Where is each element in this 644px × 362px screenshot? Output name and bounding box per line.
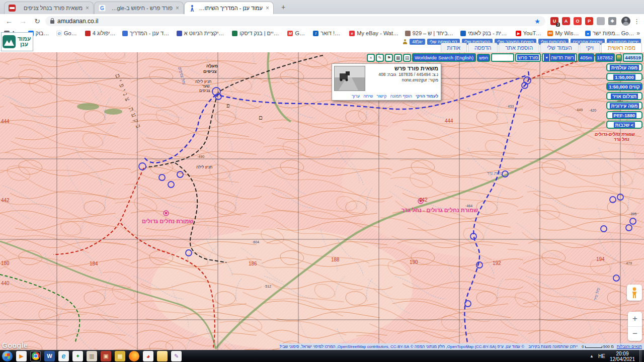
popup-link[interactable]: לעמוד הויקי (416, 94, 438, 99)
layer-button[interactable]: PEF-1880 (606, 111, 642, 119)
elevation-field[interactable]: 405m (578, 53, 594, 62)
query-input[interactable]: פורד פרש (515, 53, 541, 62)
clock[interactable]: 20:09 12/04/2021 (610, 350, 635, 362)
tab-close-icon[interactable]: × (86, 5, 89, 12)
site-tab[interactable]: הדפסה (468, 43, 498, 52)
paint[interactable]: ✎ (171, 351, 182, 361)
layer-button[interactable]: 1:50,000 (606, 73, 642, 81)
close-icon[interactable]: × (367, 54, 375, 62)
bookmark-item[interactable]: דף הבית - בנק לאומי (460, 30, 510, 36)
extension-misc-icon[interactable] (597, 17, 605, 25)
bookmark-item[interactable]: ג'יפולוג 4X4 (85, 30, 116, 36)
extension-abp-icon[interactable]: A (562, 17, 570, 25)
file-manager[interactable] (157, 351, 168, 361)
search-scope-select[interactable]: Worldwide Search (English) (412, 53, 476, 62)
extensions-puzzle-icon[interactable]: ❖ (608, 17, 616, 25)
bookmark-star-icon[interactable]: ★ (534, 18, 540, 25)
layer-button[interactable]: שכבות < (606, 121, 642, 129)
bookmark-item[interactable]: ●מפות ישר... Govmap (585, 30, 634, 36)
internet-explorer[interactable]: e (58, 351, 69, 361)
movie-maker[interactable]: ▥ (87, 351, 97, 361)
zoom-in-button[interactable]: + (628, 312, 642, 327)
user-link-יגל48[interactable]: יגל48 (410, 39, 425, 45)
browser-tab[interactable]: עמוד ענן - המדריך השיתופי לידי× (184, 2, 274, 14)
popup-link[interactable]: קישור (376, 94, 386, 99)
terms-link[interactable]: תנאים והגבלות (616, 344, 644, 349)
northing-field[interactable]: 445519 (623, 53, 643, 62)
extension-up-icon[interactable]: U3 (550, 17, 558, 25)
spot-height: 464 (465, 204, 472, 208)
show-desktop-button[interactable] (639, 350, 642, 362)
open-folder-icon[interactable]: ▤ (403, 54, 411, 62)
layer-button[interactable]: מפה עולמית (606, 63, 642, 71)
bookmark-item[interactable]: GGoogle (56, 30, 79, 36)
search-input[interactable] (491, 53, 514, 62)
site-logo[interactable]: עמוד ענן (1, 32, 33, 51)
search-button[interactable]: חפש (477, 54, 490, 62)
profile-avatar[interactable] (621, 17, 630, 26)
pegman-button[interactable] (627, 285, 642, 301)
popup-link[interactable]: ערוך (352, 94, 360, 99)
pin-icon[interactable]: ⚑ (385, 54, 393, 62)
language-indicator[interactable]: HE (598, 353, 605, 359)
map-canvas[interactable]: מעלהצניפיםחניון לילהשערצניפיםחניון לילהש… (0, 52, 644, 350)
browser-menu-icon[interactable]: ⋮ (633, 18, 640, 25)
start-button[interactable] (2, 351, 13, 361)
extension-blocker-icon[interactable]: O (574, 17, 582, 25)
bookmark-label: Google (64, 30, 79, 36)
site-tab[interactable]: הוספת אתר (499, 43, 539, 52)
chrome[interactable] (30, 351, 41, 361)
extension-pdf-icon[interactable]: P (585, 17, 593, 25)
bookmark-item[interactable]: אפליקציית הניווט א... (177, 30, 226, 36)
browser-tab[interactable]: משאית פורד בנחל צניפים× (4, 2, 94, 14)
bookmark-item[interactable]: עמוד ענן - המדריך... (122, 30, 171, 36)
back-icon[interactable]: ← (4, 17, 14, 25)
navigation-app[interactable]: ✦ (72, 351, 83, 361)
new-tab-button[interactable]: + (277, 3, 290, 12)
media-tool[interactable]: ◕ (143, 351, 153, 361)
wishlist-favicon: BG (547, 31, 553, 36)
grid-select[interactable]: ▼ רשת חדשה (542, 53, 577, 62)
tray-expand-icon[interactable]: ▲ (590, 354, 594, 358)
bookmark-item[interactable]: BGMy Wishlist (547, 30, 579, 36)
gis-app[interactable]: ▦ (115, 351, 125, 361)
url-text[interactable]: amudanan.co.il (57, 18, 531, 25)
zoom-out-button[interactable]: − (628, 327, 642, 341)
grid-label: 194 (596, 256, 605, 262)
extensions-row: U3AOP❖ (548, 17, 618, 25)
bookmark-item[interactable]: !וואלה! דואר (313, 30, 343, 36)
bookmarks-overflow-icon[interactable]: » (636, 30, 640, 37)
site-tab[interactable]: אודות (441, 43, 467, 52)
bookmark-item[interactable]: MGmail (287, 30, 307, 36)
media-player[interactable]: ▶ (16, 351, 27, 361)
map-footer: © עמוד ענן, ע"פ OpenTopoMap (CC-BY-SA), … (280, 343, 644, 350)
save-icon[interactable]: ▦ (394, 54, 402, 62)
popup-link[interactable]: שיחה (363, 94, 373, 99)
bookmark-item[interactable]: פרטיים | בנק דיסקו... (232, 30, 281, 36)
grid-label: 180 (1, 260, 10, 266)
browser-tab[interactable]: פורד פרש - חיפוש ב-Google× (94, 2, 184, 14)
coords-converter-icon[interactable] (616, 54, 622, 61)
firefox[interactable] (129, 351, 139, 361)
layer-button[interactable]: תצלום אויר (606, 92, 642, 100)
photo-viewer[interactable]: ▣ (101, 351, 111, 361)
bookmark-item[interactable]: eMy eBay - Watchlist (349, 30, 398, 36)
popup-link[interactable]: הוסף תמונה (390, 94, 412, 99)
layer-button[interactable]: קווים 1:50,000 (606, 82, 642, 90)
word[interactable]: W (44, 351, 55, 361)
bookmark-item[interactable]: 929 – תנ"ך ביחד | ש... (405, 30, 454, 36)
site-tab[interactable]: ויקי (580, 43, 600, 52)
popup-photo[interactable] (334, 66, 365, 91)
grid-label: 444 (445, 118, 453, 124)
tab-close-icon[interactable]: × (266, 5, 269, 12)
tab-close-icon[interactable]: × (176, 5, 179, 12)
reload-icon[interactable]: ↻ (32, 17, 42, 25)
site-tab[interactable]: מפה ראשית (601, 43, 642, 52)
easting-field[interactable]: 187852 (595, 53, 615, 62)
site-tab[interactable]: העמוד שלי (540, 43, 579, 52)
ruler-icon[interactable]: ✎ (376, 54, 384, 62)
layer-button[interactable]: מפה עירונית (606, 102, 642, 110)
bookmark-item[interactable]: ▶YouTube (516, 30, 542, 36)
address-bar[interactable]: amudanan.co.il ★ (45, 16, 545, 26)
spot-height: 490 (197, 155, 204, 158)
